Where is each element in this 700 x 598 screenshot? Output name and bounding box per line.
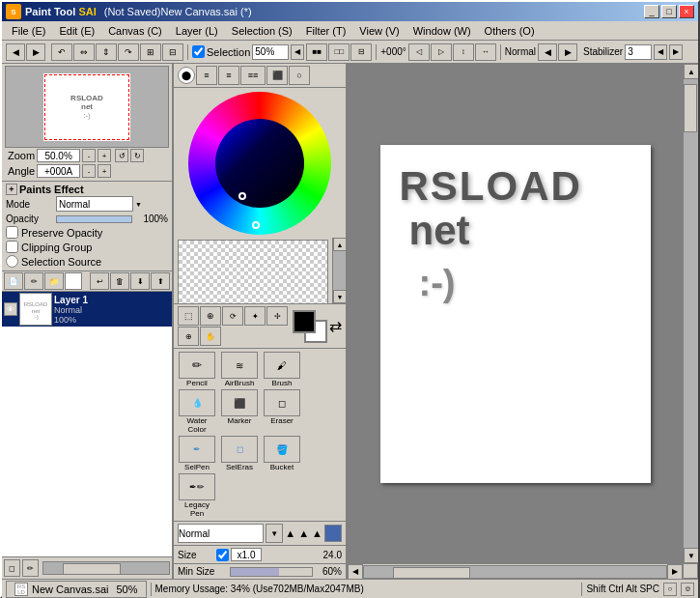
layer-new-set[interactable]: 📁 xyxy=(44,272,64,290)
flip-h-btn[interactable]: ⇔ xyxy=(73,43,95,61)
sel-none-btn[interactable]: □□ xyxy=(328,43,350,61)
size-multiplier-input[interactable]: x1.0 xyxy=(231,548,262,561)
menu-selection[interactable]: Selection (S) xyxy=(226,23,298,39)
menu-others[interactable]: Others (O) xyxy=(479,23,541,39)
layer-delete[interactable]: 🗑 xyxy=(110,272,129,290)
h-scroll-right[interactable]: ▶ xyxy=(667,564,683,580)
layer-visibility-icon[interactable]: 👁 xyxy=(4,302,17,316)
brush-brush[interactable]: 🖌 Brush xyxy=(262,352,302,387)
menu-window[interactable]: Window (W) xyxy=(407,23,477,39)
menu-file[interactable]: File (E) xyxy=(6,23,51,39)
pattern-area[interactable] xyxy=(178,240,328,303)
sel-marq-ellip[interactable]: ⊕ xyxy=(200,306,221,326)
sel-lasso[interactable]: ⟳ xyxy=(222,306,243,326)
nav-right-btn[interactable]: ▶ xyxy=(26,43,45,61)
rot2-btn[interactable]: ▷ xyxy=(431,43,452,61)
canvas-tab[interactable]: RSLD New Canvas.sai 50% xyxy=(6,581,147,598)
color-square[interactable] xyxy=(215,119,304,208)
color-mode-r[interactable]: ≡≡ xyxy=(240,66,266,85)
menu-filter[interactable]: Filter (T) xyxy=(300,23,352,39)
nav-left-btn[interactable]: ◀ xyxy=(6,43,25,61)
brush-shape-3[interactable]: ▲ xyxy=(312,527,322,539)
sel-magic[interactable]: ✦ xyxy=(244,306,266,326)
v-scroll-thumb[interactable] xyxy=(684,84,697,132)
menu-layer[interactable]: Layer (L) xyxy=(170,23,224,39)
v-scroll-down[interactable]: ▼ xyxy=(684,548,698,563)
layer-new-folder[interactable]: ✏ xyxy=(24,272,43,290)
sel-zoom[interactable]: ⊕ xyxy=(178,327,199,346)
color-arrow-btn[interactable]: ⇄ xyxy=(329,317,342,335)
brush-marker[interactable]: ⬛ Marker xyxy=(219,389,260,434)
angle-input[interactable]: +000A xyxy=(37,164,80,178)
brush-selpen[interactable]: ✒ SelPen xyxy=(177,436,217,471)
sel-inv-btn[interactable]: ⊟ xyxy=(350,43,372,61)
menu-edit[interactable]: Edit (E) xyxy=(53,23,100,39)
brush-shape-color[interactable] xyxy=(324,525,342,542)
layer-undo[interactable]: ↩ xyxy=(90,272,109,290)
zoom-rotate-cw[interactable]: ↻ xyxy=(130,149,144,162)
scroll-up-btn[interactable]: ▲ xyxy=(333,238,346,251)
layer-extra-1[interactable]: ◻ xyxy=(4,559,20,577)
color-mode-s[interactable]: ≡ xyxy=(218,66,239,85)
sel-marq-rect[interactable]: ⬚ xyxy=(178,306,199,326)
mode-dropdown[interactable]: Normal Multiply Screen xyxy=(56,196,133,212)
mode-dec-btn[interactable]: ◀ xyxy=(538,43,557,61)
blend-dd-btn[interactable]: ▼ xyxy=(266,524,283,543)
stab-dec-btn[interactable]: ◀ xyxy=(654,44,667,60)
zoom-dec-btn[interactable]: - xyxy=(82,149,96,162)
selection-dec-btn[interactable]: ◀ xyxy=(291,44,304,60)
opacity-slider[interactable] xyxy=(56,215,132,223)
stab-inc-btn[interactable]: ▶ xyxy=(669,44,683,60)
rot1-btn[interactable]: ◁ xyxy=(408,43,430,61)
menu-canvas[interactable]: Canvas (C) xyxy=(102,23,168,39)
color-mode-rgb[interactable]: ⬛ xyxy=(266,66,288,85)
brush-seleras[interactable]: ◻ SelEras xyxy=(219,436,260,471)
angle-dec-btn[interactable]: - xyxy=(82,164,96,178)
layer-move-up[interactable]: ⬆ xyxy=(151,272,170,290)
color-mode-circle[interactable]: ⬤ xyxy=(178,67,195,84)
rot3-btn[interactable]: ↕ xyxy=(453,43,474,61)
grid-btn[interactable]: ⊞ xyxy=(140,43,161,61)
brush-watercolor[interactable]: 💧 Water Color xyxy=(177,389,217,434)
layer-new-raster[interactable]: 📄 xyxy=(4,272,23,290)
sel-move[interactable]: ✢ xyxy=(266,306,288,326)
view-btn[interactable]: ⊟ xyxy=(162,43,183,61)
zoom-rotate-ccw[interactable]: ↺ xyxy=(115,149,128,162)
brush-airbrush[interactable]: ≋ AirBrush xyxy=(219,352,260,387)
brush-shape-1[interactable]: ▲ xyxy=(285,527,295,539)
color-wheel[interactable] xyxy=(188,92,331,235)
rotate-right-btn[interactable]: ↷ xyxy=(118,43,139,61)
h-scroll-thumb[interactable] xyxy=(393,567,470,579)
color-mode-picker[interactable]: ○ xyxy=(289,66,310,85)
brush-eraser[interactable]: ◻ Eraser xyxy=(262,389,302,434)
min-size-slider[interactable] xyxy=(230,567,313,577)
minimize-button[interactable]: _ xyxy=(644,5,659,18)
scroll-down-btn[interactable]: ▼ xyxy=(333,290,346,303)
sel-hand[interactable]: ✋ xyxy=(200,327,221,346)
brush-shape-2[interactable]: ▲ xyxy=(298,527,309,539)
layer-extra-2[interactable]: ✏ xyxy=(22,559,39,577)
size-check[interactable] xyxy=(216,549,229,561)
fg-color-swatch[interactable] xyxy=(293,310,316,333)
maximize-button[interactable]: □ xyxy=(661,5,677,18)
angle-inc-btn[interactable]: + xyxy=(98,164,111,178)
selection-checkbox[interactable]: Selection xyxy=(192,45,250,58)
brush-bucket[interactable]: 🪣 Bucket xyxy=(262,436,302,471)
h-scroll-left[interactable]: ◀ xyxy=(348,564,363,580)
v-scroll-up[interactable]: ▲ xyxy=(684,64,698,79)
layer-move-down[interactable]: ⬇ xyxy=(130,272,150,290)
zoom-input[interactable]: 50.0% xyxy=(37,149,80,162)
selection-check[interactable] xyxy=(192,45,205,58)
preserve-opacity-check[interactable] xyxy=(6,226,18,239)
close-button[interactable]: × xyxy=(679,5,694,18)
blend-mode-select[interactable]: Normal xyxy=(178,524,264,543)
zoom-inc-btn[interactable]: + xyxy=(98,149,111,162)
menu-view[interactable]: View (V) xyxy=(353,23,405,39)
sel-all-btn[interactable]: ■■ xyxy=(306,43,327,61)
rot4-btn[interactable]: ↔ xyxy=(475,43,496,61)
stabilizer-input[interactable]: 3 xyxy=(625,44,652,60)
clipping-group-check[interactable] xyxy=(6,241,18,253)
layer-item[interactable]: 👁 RSLOADnet:-) Layer 1 Normal 100% xyxy=(2,292,172,327)
rotate-left-btn[interactable]: ↶ xyxy=(51,43,72,61)
brush-pencil[interactable]: ✏ Pencil xyxy=(177,352,217,387)
